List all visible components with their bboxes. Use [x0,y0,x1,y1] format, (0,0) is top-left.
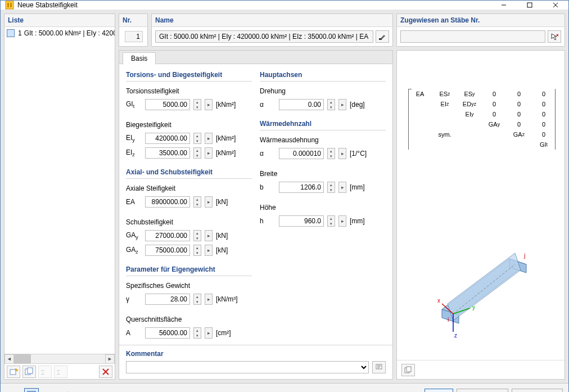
eiz-symbol: EIz [126,148,142,157]
comment-group: Kommentar [119,345,392,379]
matrix-cell [433,109,456,119]
gay-menu-button[interactable]: ▸ [205,230,213,241]
ok-button[interactable]: OK [425,389,453,393]
alpha-rot-input[interactable] [279,99,324,110]
list-body[interactable]: 1 GIt : 5000.00 kNm² | EIy : 420000 [4,27,115,354]
tool-units-button[interactable]: 0.00 [6,388,21,393]
h-spinner[interactable]: ▴▾ [327,215,335,227]
gamma-spinner[interactable]: ▴▾ [193,294,201,305]
area-spinner[interactable]: ▴▾ [193,327,201,339]
torsion-label: Torsionssteifigkeit [126,87,252,95]
gaz-unit: [kN] [216,246,228,254]
git-menu-button[interactable]: ▸ [205,99,213,110]
titlebar: Neue Stabsteifigkeit [1,1,568,10]
area-unit: [cm²] [216,329,231,337]
alpha-th-menu-button[interactable]: ▸ [338,148,346,159]
h-input[interactable] [279,215,324,227]
svg-rect-2 [10,3,12,7]
gaz-spinner[interactable]: ▴▾ [193,245,201,256]
eiz-input[interactable] [145,147,190,159]
alpha-rot-menu-button[interactable]: ▸ [338,99,346,110]
number-input[interactable] [125,31,143,42]
list-item-label: GIt : 5000.00 kNm² | EIy : 420000 [24,29,115,37]
scroll-thumb[interactable] [14,354,31,364]
alpha-th-symbol: α [260,150,276,157]
tool-snap-button[interactable] [42,388,57,393]
comment-assign-button[interactable] [372,361,386,373]
git-spinner[interactable]: ▴▾ [193,99,201,110]
b-menu-button[interactable]: ▸ [338,182,346,193]
gay-input[interactable] [145,230,190,241]
svg-text:z: z [454,332,457,339]
matrix-cell [409,139,431,150]
matrix-cell: ESz [433,89,456,99]
list-hscrollbar[interactable]: ◄ ► [4,354,115,363]
copy-item-button[interactable] [22,366,36,378]
tab-strip: Basis [119,51,392,64]
gay-spinner[interactable]: ▴▾ [193,230,201,241]
list-header: Liste [4,14,115,27]
assign-pick-button[interactable] [548,30,561,43]
bending-label: Biegesteifigkeit [126,121,252,129]
scroll-track[interactable] [14,354,105,364]
matrix-cell: 0 [532,89,555,99]
apply-button[interactable]: Anwenden [512,389,563,393]
name-edit-button[interactable] [376,30,389,43]
svg-text:y: y [472,304,475,310]
gaz-input[interactable] [145,245,190,256]
comment-title: Kommentar [126,350,386,358]
tool-fx-button[interactable]: f* [78,388,93,393]
alpha-th-spinner[interactable]: ▴▾ [327,148,335,159]
git-input[interactable] [145,99,190,110]
rotation-label: Drehung [260,87,386,95]
gay-unit: [kN] [216,232,228,240]
delete-item-button[interactable] [99,366,112,378]
ea-input[interactable] [145,196,190,208]
area-menu-button[interactable]: ▸ [205,327,213,339]
alpha-rot-symbol: α [260,101,276,109]
eiy-input[interactable] [145,133,190,144]
matrix-cell: EIy [458,109,481,119]
ea-symbol: EA [126,198,142,206]
matrix-cell: 0 [532,129,555,139]
svg-text:⌶: ⌶ [57,369,60,375]
alpha-rot-spinner[interactable]: ▴▾ [327,99,335,110]
ea-menu-button[interactable]: ▸ [205,196,213,208]
minimize-button[interactable] [491,1,517,10]
tool-grid-button[interactable] [24,388,39,393]
close-button[interactable] [543,1,568,10]
eiz-menu-button[interactable]: ▸ [205,147,213,159]
alpha-th-input[interactable] [279,148,324,159]
cancel-button[interactable]: Abbrechen [457,389,508,393]
gamma-input[interactable] [145,294,190,305]
git-unit: [kNm²] [216,101,236,109]
scroll-right-button[interactable]: ► [105,354,115,364]
b-input[interactable] [279,182,324,193]
name-input[interactable] [155,30,373,43]
tool-layer-button[interactable] [60,388,75,393]
maximize-button[interactable] [517,1,543,10]
svg-marker-17 [552,34,557,40]
eiy-menu-button[interactable]: ▸ [205,133,213,144]
list-item[interactable]: 1 GIt : 5000.00 kNm² | EIy : 420000 [6,28,114,38]
area-label: Querschnittsfläche [126,316,252,323]
svg-marker-24 [448,253,521,321]
gaz-menu-button[interactable]: ▸ [205,245,213,256]
new-item-button[interactable] [7,366,20,378]
svg-rect-35 [407,367,411,372]
b-spinner[interactable]: ▴▾ [327,182,335,193]
h-menu-button[interactable]: ▸ [338,215,346,227]
eiy-spinner[interactable]: ▴▾ [193,133,201,144]
preview-copy-button[interactable] [401,364,415,376]
eiz-spinner[interactable]: ▴▾ [193,147,201,159]
area-input[interactable] [145,327,190,339]
assign-input[interactable] [400,30,545,43]
gamma-menu-button[interactable]: ▸ [205,294,213,305]
tab-basis[interactable]: Basis [123,52,156,65]
comment-combo[interactable] [126,361,369,373]
specweight-label: Spezifisches Gewicht [126,282,252,290]
ea-spinner[interactable]: ▴▾ [193,196,201,208]
thermal-exp-label: Wärmeausdehnung [260,136,386,144]
scroll-left-button[interactable]: ◄ [4,354,14,364]
matrix-cell: GIt [532,139,555,150]
